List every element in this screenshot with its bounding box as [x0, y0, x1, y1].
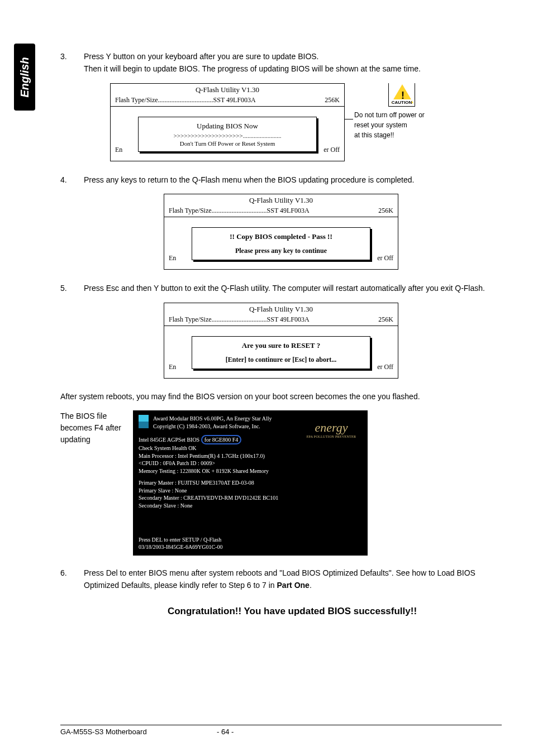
step-text: Press Del to enter BIOS menu after syste… [84, 567, 502, 592]
reset-question: Are you sure to RESET ? [196, 341, 367, 350]
text-bold: Part One [277, 581, 310, 590]
qflash-panel-completed: Q-Flash Utility V1.30 Flash Type/Size...… [60, 194, 502, 270]
bios-version-highlight: for 8GE800 F4 [201, 435, 242, 445]
text-line: at this stage!! [354, 131, 394, 139]
qflash-title: Q-Flash Utility V1.30 [111, 84, 344, 96]
energy-text: energy [301, 420, 362, 435]
bios-copyright-line: Copyright (C) 1984-2003, Award Software,… [153, 423, 272, 430]
memory-line: Memory Testing : 122880K OK + 8192K Shar… [139, 468, 269, 474]
step-text: Press Y button on your keyboard after yo… [84, 50, 502, 75]
updating-message: Updating BIOS Now [142, 122, 313, 131]
qflash-box: Q-Flash Utility V1.30 Flash Type/Size...… [164, 194, 398, 270]
flash-size: 256K [378, 207, 393, 215]
bios-boot-screen: Award Modular BIOS v6.00PG, An Energy St… [133, 410, 368, 556]
completed-message: !! Copy BIOS completed - Pass !! [196, 232, 367, 241]
page-footer: GA-M55S-S3 Motherboard - 64 - [60, 725, 502, 736]
footer-fragment-right: er Off [323, 146, 340, 154]
energy-star-badge: energy EPA POLLUTION PREVENTER [301, 420, 362, 438]
step-number: 6. [60, 567, 84, 592]
bios-code-line: 03/18/2003-I845GE-6A69YG01C-00 [139, 544, 223, 550]
flash-size: 256K [378, 315, 393, 324]
bios-header-line: Award Modular BIOS v6.00PG, An Energy St… [153, 415, 272, 423]
footer-fragment-right: er Off [377, 254, 393, 262]
step-3: 3. Press Y button on your keyboard after… [60, 50, 502, 75]
boot-label-callout: The BIOS file becomes F4 after updating [60, 410, 133, 446]
congratulation-text: Congratulation!! You have updated BIOS s… [83, 606, 502, 617]
boot-screen-row: The BIOS file becomes F4 after updating … [60, 410, 502, 556]
health-line: Check System Health OK [139, 445, 197, 451]
language-tab: English [14, 44, 35, 111]
press-del-line: Press DEL to enter SETUP / Q-Flash [139, 537, 221, 543]
secondary-master-line: Secondary Master : CREATIVEDVD-RM DVD124… [139, 495, 278, 501]
text-line: Then it will begin to update BIOS. The p… [84, 64, 421, 73]
footer-fragment-right: er Off [377, 363, 393, 371]
caution-text: Do not turn off power or reset your syst… [354, 110, 449, 140]
footer-fragment-left: En [169, 363, 176, 371]
qflash-inner-dialog: !! Copy BIOS completed - Pass !! Please … [192, 227, 370, 260]
secondary-slave-line: Secondary Slave : None [139, 503, 192, 509]
step-number: 5. [60, 282, 84, 294]
caution-icon: ! CAUTION [388, 83, 415, 107]
progress-bar: >>>>>>>>>>>>>>>>>>>>....................… [142, 131, 313, 139]
qflash-title: Q-Flash Utility V1.30 [164, 194, 398, 207]
language-label: English [18, 57, 31, 97]
qflash-inner-dialog: Are you sure to RESET ? [Enter] to conti… [192, 336, 370, 369]
step-6: 6. Press Del to enter BIOS menu after sy… [60, 567, 502, 592]
text-line: Press Y button on your keyboard after yo… [84, 52, 319, 61]
energy-sub-text: EPA POLLUTION PREVENTER [301, 435, 362, 438]
cpuid-line: <CPUID : 0F0A Patch ID : 0009> [139, 460, 215, 466]
after-reboot-text: After system reboots, you may find the B… [60, 391, 502, 403]
motherboard-name: GA-M55S-S3 Motherboard [60, 728, 217, 736]
primary-master-line: Primary Master : FUJITSU MPE3170AT ED-03… [139, 480, 254, 486]
text-line: reset your system [354, 121, 407, 129]
step-number: 3. [60, 50, 84, 75]
caution-label: CAUTION [392, 99, 412, 106]
qflash-title: Q-Flash Utility V1.30 [164, 303, 398, 315]
flash-type-label: Flash Type/Size.........................… [169, 315, 310, 324]
award-logo-icon [139, 415, 149, 428]
qflash-panel-updating: Q-Flash Utility V1.30 Flash Type/Size...… [60, 83, 502, 161]
step-text: Press any keys to return to the Q-Flash … [84, 174, 502, 186]
qflash-inner-dialog: Updating BIOS Now >>>>>>>>>>>>>>>>>>>>..… [138, 117, 317, 152]
qflash-panel-reset: Q-Flash Utility V1.30 Flash Type/Size...… [60, 303, 502, 379]
page-content: 3. Press Y button on your keyboard after… [60, 50, 502, 617]
step-number: 4. [60, 174, 84, 186]
processor-line: Main Processor : Intel Pentium(R) 4 1.7G… [139, 453, 265, 459]
qflash-box: Q-Flash Utility V1.30 Flash Type/Size...… [110, 83, 345, 161]
caution-callout: ! CAUTION Do not turn off power or reset… [351, 83, 452, 140]
warning-subtext: Don't Turn Off Power or Reset System [142, 139, 313, 147]
step-text: Press Esc and then Y button to exit the … [84, 282, 502, 294]
press-key-message: Please press any key to continue [196, 247, 367, 255]
flash-type-label: Flash Type/Size.........................… [169, 207, 310, 215]
footer-fragment-left: En [169, 254, 176, 262]
text-line: Do not turn off power or [354, 111, 425, 119]
text-tail: . [310, 581, 312, 590]
connector-line [344, 119, 353, 119]
flash-size: 256K [325, 96, 340, 104]
primary-slave-line: Primary Slave : None [139, 487, 187, 494]
flash-type-label: Flash Type/Size.........................… [115, 96, 256, 104]
footer-fragment-left: En [115, 146, 122, 154]
page-number: - 64 - [217, 728, 234, 736]
agp-line-prefix: Intel 845GE AGPSet BIOS [139, 437, 201, 443]
step-4: 4. Press any keys to return to the Q-Fla… [60, 174, 502, 186]
reset-instructions: [Enter] to continure or [Esc] to abort..… [196, 356, 367, 364]
step-5: 5. Press Esc and then Y button to exit t… [60, 282, 502, 294]
qflash-box: Q-Flash Utility V1.30 Flash Type/Size...… [164, 303, 398, 379]
